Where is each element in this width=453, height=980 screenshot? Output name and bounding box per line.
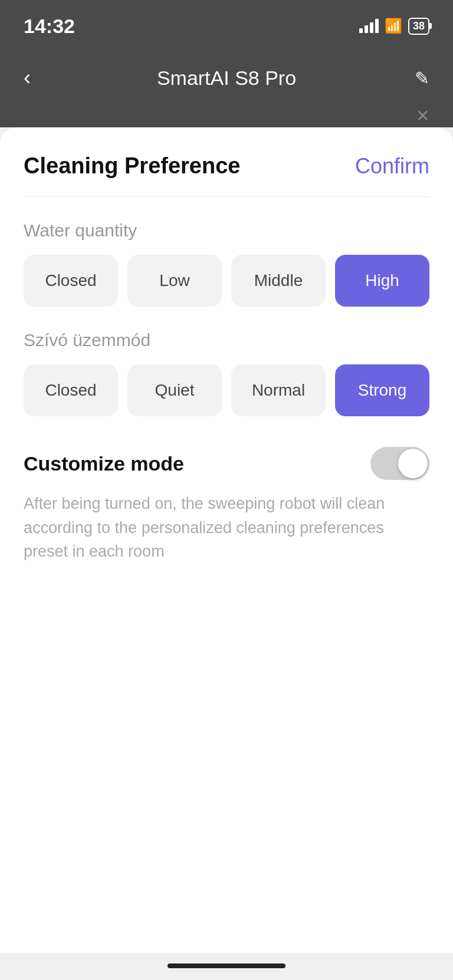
suction-mode-options: Closed Quiet Normal Strong — [24, 364, 429, 416]
suction-quiet-button[interactable]: Quiet — [127, 364, 222, 416]
modal-panel: Cleaning Preference Confirm Water quanti… — [0, 127, 453, 953]
customize-mode-toggle[interactable] — [370, 447, 429, 480]
customize-mode-row: Customize mode — [24, 447, 429, 480]
wifi-icon: 📶 — [385, 18, 402, 34]
modal-title: Cleaning Preference — [24, 153, 240, 179]
background-area: ✕ — [0, 104, 453, 127]
water-high-button[interactable]: High — [335, 255, 429, 307]
toggle-knob — [398, 449, 428, 478]
water-low-button[interactable]: Low — [127, 255, 222, 307]
confirm-button[interactable]: Confirm — [355, 154, 429, 179]
status-bar: 14:32 📶 38 — [0, 0, 453, 52]
page-title: SmartAI S8 Pro — [157, 67, 296, 90]
signal-icon — [359, 19, 379, 33]
customize-mode-section: Customize mode After being turned on, th… — [24, 447, 429, 564]
close-icon[interactable]: ✕ — [416, 106, 429, 126]
water-quantity-label: Water quantity — [24, 221, 429, 241]
status-icons: 📶 38 — [359, 18, 429, 35]
suction-strong-button[interactable]: Strong — [335, 364, 429, 416]
battery-icon: 38 — [408, 18, 429, 35]
nav-bar: ‹ SmartAI S8 Pro ✎ — [0, 52, 453, 104]
suction-normal-button[interactable]: Normal — [231, 364, 326, 416]
suction-closed-button[interactable]: Closed — [24, 364, 118, 416]
modal-header: Cleaning Preference Confirm — [24, 127, 429, 197]
back-button[interactable]: ‹ — [24, 65, 31, 90]
water-quantity-section: Water quantity Closed Low Middle High — [24, 221, 429, 307]
water-middle-button[interactable]: Middle — [231, 255, 326, 307]
suction-mode-label: Szívó üzemmód — [24, 330, 429, 350]
edit-button[interactable]: ✎ — [415, 68, 429, 88]
water-quantity-options: Closed Low Middle High — [24, 255, 429, 307]
status-time: 14:32 — [24, 15, 75, 38]
customize-mode-label: Customize mode — [24, 452, 184, 475]
home-indicator — [168, 963, 285, 968]
water-closed-button[interactable]: Closed — [24, 255, 118, 307]
customize-mode-description: After being turned on, the sweeping robo… — [24, 492, 429, 564]
suction-mode-section: Szívó üzemmód Closed Quiet Normal Strong — [24, 330, 429, 416]
